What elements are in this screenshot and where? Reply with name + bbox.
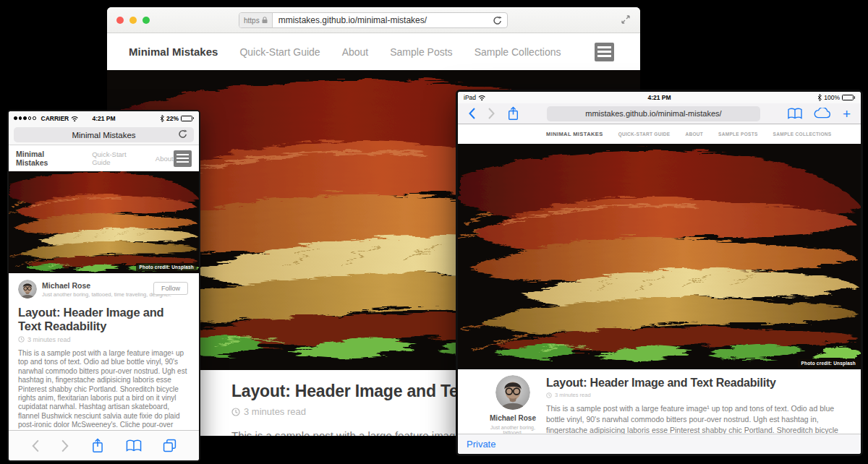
share-button[interactable]	[91, 438, 104, 453]
forward-button[interactable]	[488, 107, 495, 120]
iphone-post: Michael Rose Just another boring, tattoo…	[9, 273, 199, 430]
signal-strength-icon	[14, 116, 36, 120]
battery-percent: 22%	[166, 115, 179, 122]
ipad-site-nav: MINIMAL MISTAKES QUICK-START GUIDE ABOUT…	[458, 124, 861, 144]
iphone-device: CARRIER 4:21 PM 22% Minimal Mistakes Mi	[9, 111, 199, 460]
leaves-photo	[458, 144, 861, 369]
nav-quick-start-guide[interactable]: Quick-Start Guide	[92, 150, 145, 166]
ipad-status-bar: iPad 4:21 PM 100%	[458, 92, 861, 103]
post-title: Layout: Header Image and Text Readabilit…	[18, 306, 190, 333]
ipad-post: Michael Rose Just another boring, tattoo…	[458, 369, 861, 434]
post-meta: 3 minutes read	[546, 392, 843, 398]
nav-menu-button[interactable]	[595, 43, 614, 61]
expand-arrows-icon	[621, 14, 631, 25]
page-title: Minimal Mistakes	[72, 131, 135, 139]
wifi-icon	[478, 95, 485, 100]
nav-quick-start-guide[interactable]: Quick-Start Guide	[239, 46, 320, 58]
composite-stage: https mmistakes.github.io/minimal-mistak…	[0, 0, 868, 464]
reload-icon	[493, 16, 502, 25]
post-body: This is a sample post with a large featu…	[546, 403, 843, 434]
url-text: mmistakes.github.io/minimal-mistakes/	[273, 15, 488, 25]
site-brand[interactable]: MINIMAL MISTAKES	[546, 131, 603, 137]
author-sidebar: Michael Rose Just another boring, tattoo…	[482, 375, 543, 434]
battery-icon	[842, 95, 855, 100]
ipad-url-text: mmistakes.github.io/minimal-mistakes/	[585, 109, 721, 118]
ipad-label: iPad	[464, 94, 476, 101]
carrier-label: CARRIER	[41, 115, 69, 122]
back-button[interactable]	[468, 107, 476, 120]
author-bio: Just another boring, tattooed, time trav…	[42, 291, 171, 298]
wifi-icon	[71, 116, 78, 121]
icloud-tabs-button[interactable]	[814, 108, 831, 119]
window-controls	[116, 17, 150, 24]
avatar	[495, 375, 530, 410]
bookmarks-button[interactable]	[126, 439, 142, 452]
tabs-button[interactable]	[163, 439, 176, 452]
minimize-window-button[interactable]	[129, 17, 137, 24]
battery-icon	[181, 116, 194, 121]
private-button[interactable]: Private	[467, 439, 495, 450]
avatar	[18, 280, 37, 298]
lock-icon	[262, 17, 268, 24]
status-time: 4:21 PM	[92, 115, 115, 122]
leaves-photo	[9, 171, 199, 273]
nav-about[interactable]: About	[156, 155, 174, 163]
read-time: 3 minutes read	[27, 336, 71, 343]
clock-icon	[231, 408, 240, 416]
zoom-window-button[interactable]	[142, 17, 150, 24]
reload-icon	[178, 129, 187, 139]
ipad-device: iPad 4:21 PM 100% mmistakes.github.io/mi…	[458, 92, 861, 454]
site-brand[interactable]: Minimal Mistakes	[16, 150, 76, 167]
nav-sample-posts[interactable]: SAMPLE POSTS	[718, 132, 758, 137]
author-name: Michael Rose	[42, 281, 171, 290]
nav-quick-start-guide[interactable]: QUICK-START GUIDE	[618, 132, 671, 137]
post-body: This is a sample post with a large featu…	[18, 349, 190, 430]
private-browsing-bar: Private	[458, 434, 861, 454]
bluetooth-icon	[160, 115, 164, 122]
address-bar[interactable]: https mmistakes.github.io/minimal-mistak…	[239, 12, 508, 28]
new-tab-button[interactable]: +	[843, 107, 851, 121]
https-badge: https	[239, 13, 273, 27]
reload-button[interactable]	[173, 129, 192, 139]
status-time: 4:21 PM	[647, 94, 671, 101]
iphone-safari-toolbar	[9, 430, 199, 460]
iphone-feature-image: Photo credit: Unsplash	[9, 171, 199, 273]
nav-sample-collections[interactable]: SAMPLE COLLECTIONS	[773, 132, 832, 137]
nav-menu-button[interactable]	[174, 150, 192, 167]
read-time: 3 minutes read	[244, 406, 306, 417]
nav-sample-collections[interactable]: Sample Collections	[475, 46, 561, 58]
browser-toolbar: https mmistakes.github.io/minimal-mistak…	[107, 7, 640, 33]
author-profile: Michael Rose Just another boring, tattoo…	[18, 280, 190, 298]
battery-percent: 100%	[824, 94, 840, 101]
avatar-photo	[495, 375, 530, 410]
iphone-site-nav: Minimal Mistakes Quick-Start Guide About	[9, 145, 199, 171]
iphone-safari-urlbar: Minimal Mistakes	[9, 125, 199, 145]
fullscreen-button[interactable]	[621, 14, 631, 27]
nav-about[interactable]: ABOUT	[685, 132, 703, 137]
https-label: https	[244, 17, 260, 25]
share-button[interactable]	[507, 106, 519, 121]
post-meta: 3 minutes read	[18, 336, 190, 343]
photo-credit: Photo credit: Unsplash	[798, 359, 859, 367]
iphone-address-bar[interactable]: Minimal Mistakes	[14, 127, 194, 142]
site-brand[interactable]: Minimal Mistakes	[129, 46, 218, 58]
back-button[interactable]	[31, 439, 40, 453]
author-name: Michael Rose	[482, 414, 543, 422]
ipad-feature-image: Photo credit: Unsplash	[458, 144, 861, 369]
read-time: 3 minutes read	[555, 392, 591, 398]
desktop-site-nav: Minimal Mistakes Quick-Start Guide About…	[107, 33, 640, 70]
avatar-photo	[18, 280, 37, 298]
nav-sample-posts[interactable]: Sample Posts	[390, 46, 452, 58]
ipad-safari-toolbar: mmistakes.github.io/minimal-mistakes/ +	[458, 103, 861, 124]
clock-icon	[546, 392, 552, 398]
iphone-status-bar: CARRIER 4:21 PM 22%	[9, 111, 199, 125]
forward-button[interactable]	[61, 439, 69, 453]
follow-button[interactable]: Follow	[153, 282, 188, 295]
bookmarks-button[interactable]	[788, 108, 802, 119]
ipad-address-bar[interactable]: mmistakes.github.io/minimal-mistakes/	[547, 106, 760, 121]
close-window-button[interactable]	[116, 17, 124, 24]
nav-about[interactable]: About	[342, 46, 369, 58]
reload-button[interactable]	[488, 16, 507, 25]
photo-credit: Photo credit: Unsplash	[136, 263, 197, 271]
clock-icon	[18, 336, 25, 343]
